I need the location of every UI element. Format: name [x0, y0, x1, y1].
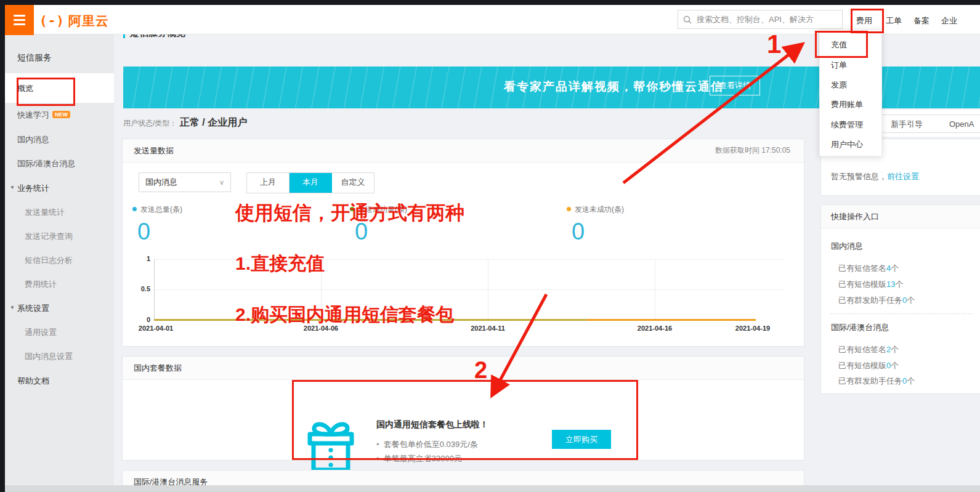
user-status-value: 正常 / 企业用户: [180, 117, 247, 127]
sidebar-group-business-stats[interactable]: 业务统计: [17, 183, 49, 194]
annotation-number-2: 2: [474, 357, 487, 384]
hamburger-menu-icon[interactable]: [5, 5, 34, 35]
tab-this-month[interactable]: 本月: [290, 173, 332, 193]
quick-link-label: 已有短信签名: [838, 345, 886, 354]
tab-last-month[interactable]: 上月: [247, 173, 290, 193]
quick-link-batch-tasks[interactable]: 已有群发助手任务0个: [838, 295, 915, 306]
x-tick: 2021-04-19: [735, 325, 770, 332]
user-status-row: 用户状态/类型： 正常 / 企业用户: [123, 116, 247, 129]
annotation-step2: 2.购买国内通用短信套餐包: [235, 302, 454, 328]
menu-item-icp[interactable]: 备案: [913, 15, 929, 26]
chevron-down-icon[interactable]: ▼: [10, 305, 15, 310]
quick-actions-title: 快捷操作入口: [831, 212, 879, 221]
quick-link-signatures[interactable]: 已有短信签名4个: [838, 263, 899, 274]
banner-text: 看专家产品详解视频，帮你秒懂云通信: [504, 79, 724, 95]
promo-bullet-text: 套餐包单价低至0.039元/条: [384, 440, 478, 449]
x-tick: 2021-04-11: [471, 325, 505, 332]
search-icon: [683, 15, 692, 24]
sidebar-item-domestic-settings[interactable]: 国内消息设置: [25, 351, 73, 362]
domestic-package-card-header: 国内套餐数据: [123, 357, 804, 380]
gridline: [655, 259, 655, 320]
sidebar-title: 短信服务: [17, 52, 52, 63]
window-left-edge: [0, 5, 5, 492]
menu-item-user-center[interactable]: 用户中心: [831, 139, 863, 150]
quick-link-label: 已有群发助手任务: [838, 376, 902, 385]
sidebar-item-domestic-msg[interactable]: 国内消息: [17, 134, 49, 145]
menu-item-recharge[interactable]: 充值: [831, 39, 847, 50]
sidebar-item-help-docs[interactable]: 帮助文档: [17, 376, 49, 387]
user-status-label: 用户状态/类型：: [123, 119, 177, 127]
buy-now-button[interactable]: 立即购买: [552, 430, 611, 449]
sidebar-group-system-settings[interactable]: 系统设置: [17, 303, 49, 314]
chevron-down-icon[interactable]: ▼: [10, 185, 15, 190]
domestic-package-card: 国内套餐数据 国内通用短信套餐包上线啦！ • 套餐包单价低至0.039元/条 •…: [122, 356, 804, 461]
tab-custom[interactable]: 自定义: [332, 173, 374, 193]
sidebar-item-sms-log[interactable]: 短信日志分析: [25, 255, 73, 266]
gift-icon: [305, 419, 357, 475]
sidebar-item-overview[interactable]: 概览: [5, 73, 114, 103]
logo-text: 阿里云: [68, 12, 109, 30]
aliyun-logo[interactable]: (-) 阿里云: [39, 12, 109, 30]
openapi-button[interactable]: OpenA: [941, 115, 980, 133]
quick-link-label: 已有群发助手任务: [838, 296, 902, 305]
stat-label: 发送未成功(条): [575, 205, 624, 214]
stat-total-sent: 发送总量(条) 0: [132, 203, 182, 243]
app-window: (-) 阿里云 费用 工单 备案 企业 短信服务 概览 快速学习NEW 国内消息…: [0, 0, 980, 492]
quick-link-label: 已有短信模版: [838, 280, 886, 289]
quick-link-intl-signatures[interactable]: 已有短信签名2个: [838, 344, 899, 355]
count-unit: 个: [895, 280, 903, 289]
beginner-guide-button[interactable]: 新手引导: [872, 115, 941, 133]
send-volume-card-title: 发送量数据: [134, 146, 174, 155]
promo-bullet-text: 单笔最高立省33000元: [384, 454, 462, 463]
alert-settings-link[interactable]: 前往设置: [887, 172, 919, 181]
menu-item-bills[interactable]: 费用账单: [831, 99, 863, 110]
menu-item-enterprise[interactable]: 企业: [941, 15, 957, 26]
quick-link-intl-batch-tasks[interactable]: 已有群发助手任务0个: [838, 376, 915, 387]
sidebar-item-label: 快速学习: [17, 110, 49, 119]
menu-item-invoice[interactable]: 发票: [831, 79, 847, 91]
search-input[interactable]: [695, 14, 837, 25]
stat-value: 0: [137, 220, 182, 243]
send-volume-card: 发送量数据 数据获取时间 17:50:05: [122, 139, 804, 347]
quick-link-templates[interactable]: 已有短信模版13个: [838, 279, 903, 290]
new-badge: NEW: [52, 111, 70, 118]
stat-failed: 发送未成功(条) 0: [567, 203, 624, 243]
global-search[interactable]: [678, 10, 843, 29]
billing-dropdown-menu: 充值 订单 发票 费用账单 续费管理 用户中心: [819, 30, 882, 156]
window-top-bar: [0, 0, 980, 5]
quick-link-label: 已有短信签名: [838, 264, 886, 273]
promo-bullet: • 套餐包单价低至0.039元/条: [376, 439, 478, 450]
fetch-time: 数据获取时间 17:50:05: [715, 139, 790, 162]
window-bottom-edge: [5, 485, 980, 492]
count-unit: 个: [907, 296, 915, 305]
promo-title: 国内通用短信套餐包上线啦！: [376, 419, 488, 430]
menu-item-renewal[interactable]: 续费管理: [831, 119, 863, 131]
annotation-callout: 使用短信，开通方式有两种: [235, 200, 464, 226]
x-tick: 2021-04-16: [638, 325, 672, 332]
sidebar-item-send-stats[interactable]: 发送量统计: [25, 207, 65, 218]
stat-label: 发送总量(条): [140, 205, 182, 214]
sidebar-item-send-records[interactable]: 发送记录查询: [25, 231, 73, 242]
menu-item-ticket[interactable]: 工单: [886, 15, 902, 26]
menu-item-orders[interactable]: 订单: [831, 60, 847, 71]
sidebar-item-label: 概览: [17, 83, 33, 94]
stat-value: 0: [572, 220, 624, 243]
logo-bracket-icon: (-): [39, 14, 65, 28]
quick-actions-card: 快捷操作入口 国内消息 已有短信签名4个 已有短信模版13个 已有群发助手任务0…: [820, 204, 980, 394]
quick-link-label: 已有短信模版: [838, 361, 886, 370]
domestic-package-card-title: 国内套餐数据: [134, 363, 182, 373]
count-unit: 个: [891, 361, 899, 370]
sidebar-item-cost-stats[interactable]: 费用统计: [25, 279, 57, 290]
dot-icon: [132, 207, 137, 211]
annotation-number-1: 1: [767, 30, 781, 59]
chevron-down-icon: ∨: [219, 179, 224, 187]
sidebar-item-quick-learn[interactable]: 快速学习NEW: [17, 110, 70, 121]
menu-item-billing[interactable]: 费用: [856, 15, 872, 26]
banner-detail-button[interactable]: 查看详情: [710, 76, 760, 95]
message-type-select[interactable]: 国内消息 ∨: [139, 172, 231, 192]
sidebar-item-intl-msg[interactable]: 国际/港澳台消息: [17, 158, 76, 169]
divider: [830, 313, 973, 314]
dot-icon: [567, 207, 571, 211]
quick-link-intl-templates[interactable]: 已有短信模版0个: [838, 360, 899, 371]
sidebar-item-general-settings[interactable]: 通用设置: [25, 327, 57, 338]
